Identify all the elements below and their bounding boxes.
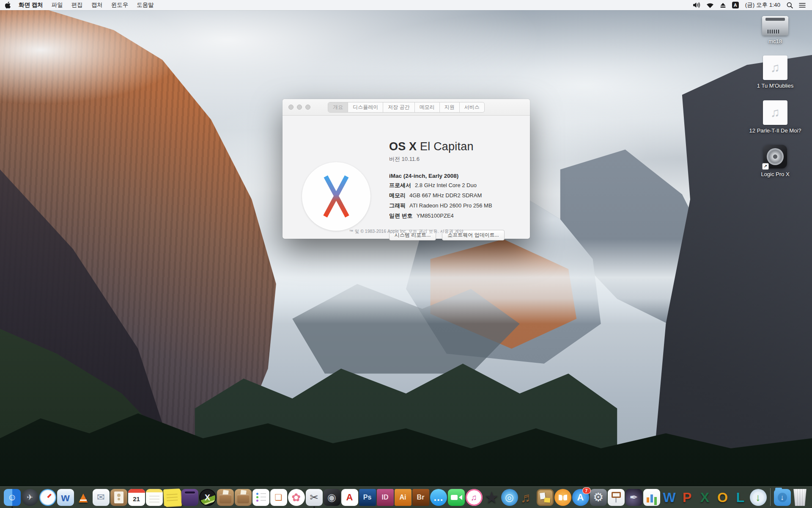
notification-center-icon[interactable] [796, 3, 809, 8]
about-content: OS X El Capitan 버전 10.11.6 iMac (24-inch… [283, 116, 530, 239]
running-indicator [313, 506, 315, 508]
dock-pages[interactable]: ✒ [625, 489, 642, 506]
dock-messages[interactable]: … [430, 489, 447, 506]
tab-서비스[interactable]: 서비스 [460, 102, 484, 112]
dock-illustrator[interactable]: Ai [395, 489, 411, 506]
dock-garageband[interactable]: ♬ [519, 489, 536, 506]
menu-item-2[interactable]: 편집 [67, 2, 87, 8]
dock-launchpad[interactable]: ✈ [22, 489, 38, 506]
dock-outlook[interactable]: O [714, 489, 731, 506]
dock-calendar[interactable]: 21 [128, 489, 145, 506]
screen: 화면 캡처파일편집캡처윈도우도움말 A (금) 오후 1:40 [0, 0, 812, 508]
dock-photoshop[interactable]: Ps [359, 489, 376, 506]
os-version[interactable]: 버전 10.11.6 [389, 155, 505, 163]
spotlight-icon[interactable] [784, 2, 796, 8]
dock-word[interactable]: W [661, 489, 678, 506]
desktop-icon-mc18[interactable]: mc18 [743, 14, 807, 45]
dock-items: ☺✈w▲✉21X❏✿✂◉APsIDAiBr…♫★◎♬A7⚙✒WPXOL↓↓ [1, 488, 811, 508]
dock-keynote[interactable] [608, 489, 625, 506]
dock-imovie[interactable]: ★ [483, 489, 500, 506]
dock-w-globe-app[interactable]: w [57, 489, 74, 506]
dock-mail[interactable]: ✉ [93, 489, 110, 506]
dock-x-circle-app[interactable]: X [199, 489, 216, 506]
dock-itunes[interactable]: ♫ [466, 489, 483, 506]
desktop-icon-audio-file-2[interactable]: ♫12 Parle-T-Il De Moi? [743, 100, 807, 134]
desktop-icons: mc18♫1 Tu M'Oublies♫12 Parle-T-Il De Moi… [743, 14, 807, 188]
desktop-icon-audio-file-1[interactable]: ♫1 Tu M'Oublies [743, 55, 807, 89]
menu-item-1[interactable]: 파일 [47, 2, 67, 8]
menu-item-3[interactable]: 캡처 [87, 2, 107, 8]
tab-저장 공간[interactable]: 저장 공간 [383, 102, 414, 112]
dock-reminders[interactable] [252, 489, 269, 506]
tab-개요[interactable]: 개요 [328, 102, 348, 112]
dock-ibooks[interactable] [554, 489, 571, 506]
dock-app-store[interactable]: A7 [572, 489, 589, 506]
menu-bar: 화면 캡처파일편집캡처윈도우도움말 A (금) 오후 1:40 [0, 0, 812, 10]
dock-finder[interactable]: ☺ [4, 489, 21, 506]
audio-icon: ♫ [763, 100, 787, 125]
tab-지원[interactable]: 지원 [440, 102, 460, 112]
drive-icon [762, 16, 788, 36]
dock-powerpoint[interactable]: P [679, 489, 696, 506]
dock-stickies[interactable] [163, 489, 181, 506]
desktop-icon-label: mc18 [768, 38, 782, 45]
zoom-button[interactable] [305, 105, 310, 110]
dock-numbers[interactable] [643, 489, 660, 506]
dock-archive-box-1[interactable] [217, 489, 234, 506]
dock-photo-board-app[interactable] [537, 489, 554, 506]
downloads-folder-icon: ↓ [778, 493, 787, 502]
dock-vlc[interactable]: ▲ [75, 489, 92, 506]
dock-acrobat[interactable]: A [341, 489, 358, 506]
dock-contacts[interactable] [110, 489, 127, 506]
screen-capture-icon: ✂ [310, 492, 318, 502]
dock-indesign[interactable]: ID [377, 489, 394, 506]
dock-bridge[interactable]: Br [412, 489, 429, 506]
dock-toast[interactable] [181, 489, 198, 506]
photo-cards-app-icon: ❏ [275, 493, 283, 502]
dock-photo-cards-app[interactable]: ❏ [270, 489, 287, 506]
menu-item-4[interactable]: 윈도우 [107, 2, 133, 8]
dock-lync[interactable]: L [732, 489, 749, 506]
dock-facetime[interactable] [448, 489, 465, 506]
dock-idvd[interactable]: ◎ [501, 489, 518, 506]
itunes-icon: ♫ [471, 493, 477, 502]
dock-archive-box-2[interactable] [235, 489, 252, 506]
illustrator-icon: Ai [400, 494, 406, 501]
tab-디스플레이[interactable]: 디스플레이 [348, 102, 383, 112]
dock-photos[interactable]: ✿ [288, 489, 305, 506]
tab-메모리[interactable]: 메모리 [415, 102, 440, 112]
lync-icon: L [736, 491, 745, 504]
dock-logic-pro[interactable]: ◉ [324, 489, 340, 506]
menu-bar-status: A (금) 오후 1:40 [690, 1, 812, 9]
spec-row: 일련 번호YM85100PZE4 [389, 212, 505, 220]
menu-item-0[interactable]: 화면 캡처 [14, 2, 47, 8]
mac-model: iMac (24-inch, Early 2008) [389, 173, 505, 179]
menu-clock[interactable]: (금) 오후 1:40 [742, 1, 784, 9]
window-titlebar[interactable]: 개요디스플레이저장 공간메모리지원서비스 [283, 99, 530, 116]
dock-notes[interactable] [146, 489, 163, 506]
bridge-icon: Br [417, 494, 425, 501]
volume-icon[interactable] [690, 2, 703, 8]
dock-screen-capture[interactable]: ✂ [306, 489, 323, 506]
system-info: OS X El Capitan 버전 10.11.6 iMac (24-inch… [389, 140, 505, 240]
dock-safari[interactable] [39, 489, 56, 506]
spec-label: 그래픽 [389, 202, 406, 209]
menu-item-5[interactable]: 도움말 [132, 2, 158, 8]
dock-downloads-folder[interactable]: ↓ [774, 489, 791, 506]
apple-menu-icon[interactable] [0, 2, 14, 8]
close-button[interactable] [288, 105, 294, 110]
dock-excel[interactable]: X [697, 489, 713, 506]
menu-bar-left: 화면 캡처파일편집캡처윈도우도움말 [0, 0, 158, 10]
desktop-icon-logic-pro-alias[interactable]: Logic Pro X [743, 145, 807, 178]
mail-icon: ✉ [97, 493, 104, 502]
minimize-button[interactable] [297, 105, 302, 110]
osx-el-capitan-logo [302, 162, 370, 231]
dock-system-preferences[interactable]: ⚙ [590, 489, 607, 506]
wifi-icon[interactable] [703, 3, 717, 8]
input-source-icon[interactable]: A [732, 2, 739, 8]
w-globe-app-icon: w [61, 492, 69, 503]
spec-value: 2.8 GHz Intel Core 2 Duo [415, 182, 477, 188]
eject-icon[interactable] [717, 3, 729, 8]
dock-downloader-globe[interactable]: ↓ [750, 489, 767, 506]
dock-trash[interactable] [792, 489, 809, 506]
